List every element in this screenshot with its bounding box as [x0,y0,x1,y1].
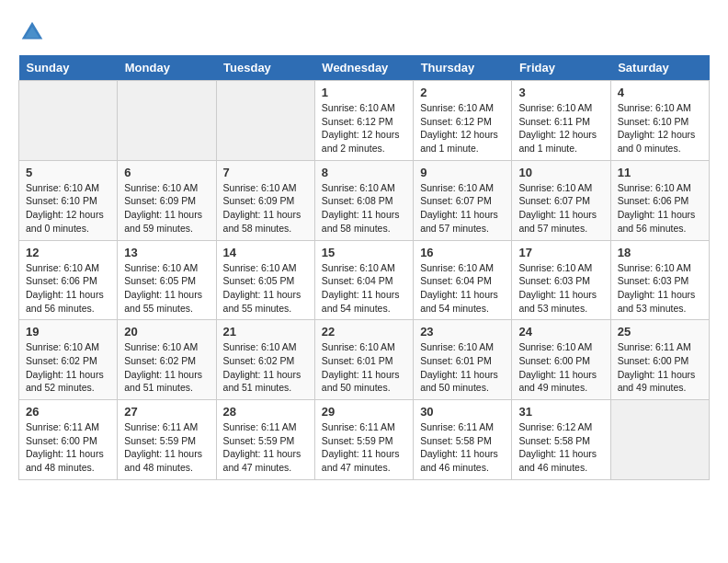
calendar-week-row: 19Sunrise: 6:10 AM Sunset: 6:02 PM Dayli… [19,320,710,400]
day-number: 27 [124,405,209,419]
day-number: 23 [420,325,505,339]
day-number: 4 [618,86,702,99]
calendar-day-cell: 11Sunrise: 6:10 AM Sunset: 6:06 PM Dayli… [610,160,709,240]
day-info: Sunrise: 6:11 AM Sunset: 6:00 PM Dayligh… [618,340,702,395]
day-number: 28 [223,405,308,419]
day-number: 21 [223,325,308,339]
day-info: Sunrise: 6:11 AM Sunset: 5:58 PM Dayligh… [420,420,505,475]
day-info: Sunrise: 6:10 AM Sunset: 6:07 PM Dayligh… [420,181,505,236]
calendar-day-cell: 7Sunrise: 6:10 AM Sunset: 6:09 PM Daylig… [216,160,314,240]
weekday-header: Tuesday [216,55,314,81]
day-number: 5 [26,166,110,179]
calendar-day-cell [610,400,709,480]
day-info: Sunrise: 6:10 AM Sunset: 6:11 PM Dayligh… [518,101,603,155]
day-number: 2 [420,86,505,99]
calendar-day-cell: 19Sunrise: 6:10 AM Sunset: 6:02 PM Dayli… [19,320,118,400]
day-info: Sunrise: 6:10 AM Sunset: 6:04 PM Dayligh… [420,261,505,316]
day-info: Sunrise: 6:10 AM Sunset: 6:04 PM Dayligh… [322,261,406,316]
day-number: 24 [518,325,603,339]
calendar-day-cell: 14Sunrise: 6:10 AM Sunset: 6:05 PM Dayli… [216,240,314,320]
day-info: Sunrise: 6:10 AM Sunset: 6:08 PM Dayligh… [322,181,406,236]
day-number: 13 [124,246,209,259]
calendar-day-cell: 8Sunrise: 6:10 AM Sunset: 6:08 PM Daylig… [314,160,413,240]
day-info: Sunrise: 6:10 AM Sunset: 6:00 PM Dayligh… [518,340,603,395]
calendar-day-cell [118,81,216,161]
calendar-week-row: 5Sunrise: 6:10 AM Sunset: 6:10 PM Daylig… [19,160,710,240]
day-number: 11 [618,166,702,179]
day-number: 30 [420,405,505,419]
day-number: 31 [518,405,603,419]
day-info: Sunrise: 6:10 AM Sunset: 6:01 PM Dayligh… [420,340,505,395]
day-info: Sunrise: 6:10 AM Sunset: 6:10 PM Dayligh… [26,181,110,236]
day-info: Sunrise: 6:10 AM Sunset: 6:09 PM Dayligh… [223,181,308,236]
day-info: Sunrise: 6:10 AM Sunset: 6:10 PM Dayligh… [618,101,702,155]
calendar-day-cell: 15Sunrise: 6:10 AM Sunset: 6:04 PM Dayli… [314,240,413,320]
day-number: 29 [322,405,406,419]
calendar-day-cell [216,81,314,161]
day-info: Sunrise: 6:11 AM Sunset: 6:00 PM Dayligh… [26,420,110,475]
calendar-day-cell: 18Sunrise: 6:10 AM Sunset: 6:03 PM Dayli… [610,240,709,320]
day-number: 16 [420,246,505,259]
calendar-day-cell: 9Sunrise: 6:10 AM Sunset: 6:07 PM Daylig… [414,160,512,240]
day-info: Sunrise: 6:10 AM Sunset: 6:01 PM Dayligh… [322,340,406,395]
calendar-day-cell: 24Sunrise: 6:10 AM Sunset: 6:00 PM Dayli… [512,320,610,400]
weekday-header: Wednesday [314,55,413,81]
calendar-week-row: 1Sunrise: 6:10 AM Sunset: 6:12 PM Daylig… [19,81,710,161]
day-info: Sunrise: 6:10 AM Sunset: 6:12 PM Dayligh… [322,101,406,155]
calendar-day-cell: 31Sunrise: 6:12 AM Sunset: 5:58 PM Dayli… [512,400,610,480]
calendar-day-cell: 3Sunrise: 6:10 AM Sunset: 6:11 PM Daylig… [512,81,610,161]
calendar-week-row: 12Sunrise: 6:10 AM Sunset: 6:06 PM Dayli… [19,240,710,320]
day-number: 25 [618,325,702,339]
calendar-day-cell: 10Sunrise: 6:10 AM Sunset: 6:07 PM Dayli… [512,160,610,240]
calendar-day-cell: 21Sunrise: 6:10 AM Sunset: 6:02 PM Dayli… [216,320,314,400]
calendar-day-cell: 4Sunrise: 6:10 AM Sunset: 6:10 PM Daylig… [610,81,709,161]
day-number: 6 [124,166,209,179]
day-number: 12 [26,246,110,259]
weekday-header: Saturday [610,55,709,81]
logo [18,18,50,46]
calendar-week-row: 26Sunrise: 6:11 AM Sunset: 6:00 PM Dayli… [19,400,710,480]
day-number: 15 [322,246,406,259]
calendar-day-cell: 26Sunrise: 6:11 AM Sunset: 6:00 PM Dayli… [19,400,118,480]
day-number: 3 [518,86,603,99]
weekday-header: Sunday [19,55,118,81]
calendar-day-cell: 5Sunrise: 6:10 AM Sunset: 6:10 PM Daylig… [19,160,118,240]
day-number: 20 [124,325,209,339]
day-info: Sunrise: 6:10 AM Sunset: 6:02 PM Dayligh… [223,340,308,395]
calendar-day-cell: 12Sunrise: 6:10 AM Sunset: 6:06 PM Dayli… [19,240,118,320]
calendar-day-cell: 16Sunrise: 6:10 AM Sunset: 6:04 PM Dayli… [414,240,512,320]
calendar-day-cell: 2Sunrise: 6:10 AM Sunset: 6:12 PM Daylig… [414,81,512,161]
weekday-header: Monday [118,55,216,81]
calendar-day-cell: 13Sunrise: 6:10 AM Sunset: 6:05 PM Dayli… [118,240,216,320]
day-info: Sunrise: 6:10 AM Sunset: 6:02 PM Dayligh… [124,340,209,395]
day-info: Sunrise: 6:10 AM Sunset: 6:03 PM Dayligh… [618,261,702,316]
day-number: 9 [420,166,505,179]
calendar-day-cell: 23Sunrise: 6:10 AM Sunset: 6:01 PM Dayli… [414,320,512,400]
calendar-table: SundayMondayTuesdayWednesdayThursdayFrid… [18,55,710,480]
day-info: Sunrise: 6:10 AM Sunset: 6:02 PM Dayligh… [26,340,110,395]
day-number: 22 [322,325,406,339]
calendar-day-cell: 27Sunrise: 6:11 AM Sunset: 5:59 PM Dayli… [118,400,216,480]
logo-icon [18,18,46,46]
day-number: 8 [322,166,406,179]
calendar-day-cell: 6Sunrise: 6:10 AM Sunset: 6:09 PM Daylig… [118,160,216,240]
weekday-header: Thursday [414,55,512,81]
weekday-header: Friday [512,55,610,81]
day-info: Sunrise: 6:10 AM Sunset: 6:09 PM Dayligh… [124,181,209,236]
day-info: Sunrise: 6:11 AM Sunset: 5:59 PM Dayligh… [322,420,406,475]
calendar-day-cell: 20Sunrise: 6:10 AM Sunset: 6:02 PM Dayli… [118,320,216,400]
day-info: Sunrise: 6:10 AM Sunset: 6:05 PM Dayligh… [124,261,209,316]
day-info: Sunrise: 6:10 AM Sunset: 6:03 PM Dayligh… [518,261,603,316]
day-number: 17 [518,246,603,259]
day-info: Sunrise: 6:10 AM Sunset: 6:06 PM Dayligh… [618,181,702,236]
day-number: 19 [26,325,110,339]
calendar-day-cell: 22Sunrise: 6:10 AM Sunset: 6:01 PM Dayli… [314,320,413,400]
calendar-day-cell: 28Sunrise: 6:11 AM Sunset: 5:59 PM Dayli… [216,400,314,480]
day-info: Sunrise: 6:10 AM Sunset: 6:05 PM Dayligh… [223,261,308,316]
calendar-day-cell [19,81,118,161]
calendar-header-row: SundayMondayTuesdayWednesdayThursdayFrid… [19,55,710,81]
day-info: Sunrise: 6:10 AM Sunset: 6:12 PM Dayligh… [420,101,505,155]
day-number: 7 [223,166,308,179]
day-number: 14 [223,246,308,259]
day-number: 10 [518,166,603,179]
